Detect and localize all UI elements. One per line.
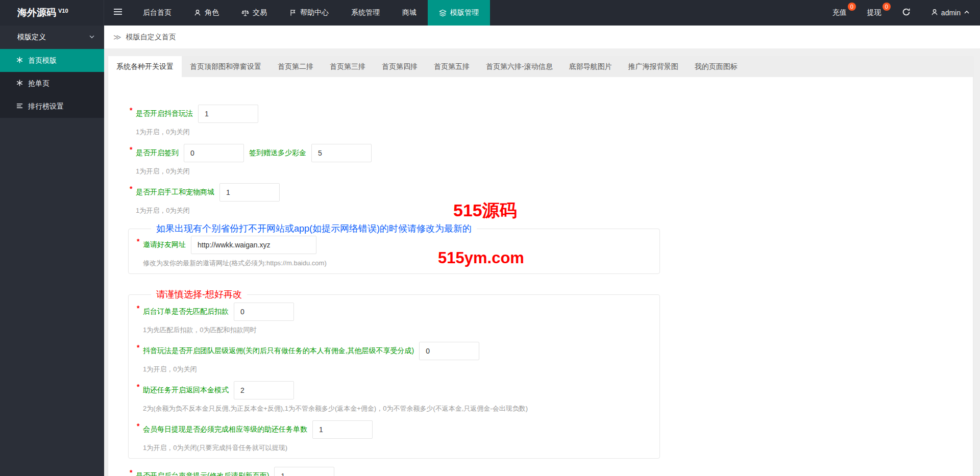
breadcrumb-separator-icon: ≫ [113,33,121,42]
sidebar-item-ranking-settings[interactable]: 排行榜设置 [0,95,104,118]
nav-item-dashboard[interactable]: 后台首页 [132,0,183,26]
field-label: 邀请好友网址 [143,240,186,249]
tab-home-row2[interactable]: 首页第二排 [270,56,322,77]
withdraw-badge: 0 [883,3,891,11]
sound-alert-input[interactable] [274,467,334,476]
sidebar: 模版定义 首页模版 抢单页 排行榜设置 [0,26,104,476]
withdraw-task-count-input[interactable] [312,420,373,439]
username: admin [941,9,961,17]
recharge-label: 充值 [832,8,847,17]
recharge-badge: 0 [848,3,856,11]
tab-promo-poster-bg[interactable]: 推广海报背景图 [620,56,687,77]
watermark-text-1: 515源码 [453,199,517,222]
field-helper: 1为开启，0为关闭(只要完成抖音任务就可以提现) [143,444,651,452]
principal-return-mode-input[interactable] [234,381,294,399]
careful-settings-fieldset: 请谨慎选择-想好再改 * 后台订单是否先匹配后扣款 1为先匹配后扣款，0为匹配和… [128,288,660,459]
sidebar-item-grab-order-page[interactable]: 抢单页 [0,72,104,95]
tab-home-row5[interactable]: 首页第五排 [426,56,478,77]
tab-bottom-nav-images[interactable]: 底部导航图片 [561,56,620,77]
settings-form: * 是否开启抖音玩法 1为开启，0为关闭 * 是否开启签到 签到赠送多少彩金 [108,77,973,476]
recharge-button[interactable]: 充值 0 [822,0,857,26]
required-asterisk: * [130,185,132,193]
signin-switch-input[interactable] [184,144,244,162]
tab-bar: 系统各种开关设置 首页顶部图和弹窗设置 首页第二排 首页第三排 首页第四排 首页… [108,56,973,77]
field-label: 签到赠送多少彩金 [249,148,306,158]
withdraw-label: 提现 [867,8,881,17]
nav-item-label: 后台首页 [143,8,172,17]
refresh-button[interactable] [892,0,921,26]
tab-home-row4[interactable]: 首页第四排 [374,56,426,77]
refresh-icon [902,8,911,18]
required-asterisk: * [137,304,139,312]
app-version: V10 [58,8,68,14]
invite-url-input[interactable] [191,236,316,254]
user-menu[interactable]: admin [921,0,980,26]
nav-item-label: 帮助中心 [300,8,329,17]
nav-item-help-center[interactable]: 帮助中心 [278,0,340,26]
nav-item-system[interactable]: 系统管理 [340,0,391,26]
tab-system-switches[interactable]: 系统各种开关设置 [108,56,182,77]
form-group-match-deduct: * 后台订单是否先匹配后扣款 1为先匹配后扣款，0为匹配和扣款同时 [137,303,651,334]
nav-item-label: 系统管理 [351,8,380,17]
douyin-switch-input[interactable] [198,105,258,123]
required-asterisk: * [137,237,139,245]
field-label: 会员每日提现是否必须完成相应等级的助还任务单数 [143,425,307,434]
tab-home-row3[interactable]: 首页第三排 [322,56,374,77]
nav-item-mall[interactable]: 商城 [391,0,428,26]
required-asterisk: * [137,383,139,391]
withdraw-button[interactable]: 提现 0 [857,0,892,26]
form-group-team-commission: * 抖音玩法是否开启团队层级返佣(关闭后只有做任务的本人有佣金,其他层级不享受分… [137,342,651,373]
required-asterisk: * [130,145,132,154]
sidebar-item-home-template[interactable]: 首页模版 [0,49,104,72]
nav-item-roles[interactable]: 角色 [183,0,230,26]
field-helper: 修改为发你的最新的邀请网址(格式必须为:https://m.baidu.com) [143,259,651,267]
hamburger-icon [113,8,122,17]
chevron-up-icon [964,9,970,17]
mall-switch-input[interactable] [219,183,280,202]
required-asterisk: * [130,106,132,114]
field-helper: 1为先匹配后扣款，0为匹配和扣款同时 [143,326,651,334]
form-group-principal-return-mode: * 助还任务开启返回本金模式 2为(余额为负不反本金只反佣,为正反本金+反佣),… [137,381,651,413]
field-helper: 2为(余额为负不反本金只反佣,为正反本金+反佣),1为不管余额多少(返本金+佣金… [143,405,651,413]
field-helper: 1为开启，0为关闭 [136,128,973,136]
nav-item-label: 模版管理 [450,8,479,17]
field-helper: 1为开启，0为关闭 [143,365,651,373]
tab-my-page-icons[interactable]: 我的页面图标 [687,56,746,77]
top-nav: 后台首页 角色 交易 帮助中心 系统管理 商城 [132,0,490,26]
team-commission-input[interactable] [419,342,479,360]
field-label: 抖音玩法是否开启团队层级返佣(关闭后只有做任务的本人有佣金,其他层级不享受分成) [143,346,414,356]
required-asterisk: * [137,343,139,352]
form-group-withdraw-task-count: * 会员每日提现是否必须完成相应等级的助还任务单数 1为开启，0为关闭(只要完成… [137,420,651,452]
breadcrumb: ≫ 模版自定义首页 [104,26,980,48]
field-label: 助还任务开启返回本金模式 [143,386,229,395]
form-group-sound-alert: * 是否开启后台声音提示(修改后请刷新页面) [130,467,973,476]
required-asterisk: * [137,422,139,430]
sidebar-item-label: 抢单页 [28,79,50,88]
user-icon [194,9,201,16]
app-logo: 海外源码 V10 [0,0,104,26]
fieldset-legend-notice: 如果出现有个别省份打不开网站或app(如提示网络错误)的时候请修改为最新的 [151,222,477,235]
tab-home-row6-scroll[interactable]: 首页第六排-滚动信息 [478,56,561,77]
sidebar-toggle-button[interactable] [104,0,132,26]
sidebar-group-label: 模版定义 [17,33,46,42]
asterisk-icon [16,57,23,65]
field-helper: 1为开启，0为关闭 [136,167,973,176]
flag-icon [289,9,297,16]
sidebar-group-template-define[interactable]: 模版定义 [0,26,104,49]
list-icon [16,103,23,111]
tab-home-top-popup[interactable]: 首页顶部图和弹窗设置 [182,56,270,77]
form-group-douyin-switch: * 是否开启抖音玩法 1为开启，0为关闭 [130,105,973,136]
nav-item-template-management[interactable]: 模版管理 [428,0,490,26]
signin-bonus-input[interactable] [311,144,372,162]
chevron-down-icon [89,33,95,41]
field-label: 是否开启签到 [136,148,179,158]
main-content: ≫ 模版自定义首页 系统各种开关设置 首页顶部图和弹窗设置 首页第二排 首页第三… [104,26,980,476]
asterisk-icon [16,80,23,88]
field-label: 是否开启手工和宠物商城 [136,188,214,197]
invite-url-fieldset: 如果出现有个别省份打不开网站或app(如提示网络错误)的时候请修改为最新的 * … [128,222,660,274]
content-card: 系统各种开关设置 首页顶部图和弹窗设置 首页第二排 首页第三排 首页第四排 首页… [108,56,973,476]
sidebar-item-label: 首页模版 [28,56,57,65]
nav-item-label: 商城 [402,8,416,17]
nav-item-trade[interactable]: 交易 [230,0,278,26]
match-deduct-input[interactable] [234,303,294,321]
